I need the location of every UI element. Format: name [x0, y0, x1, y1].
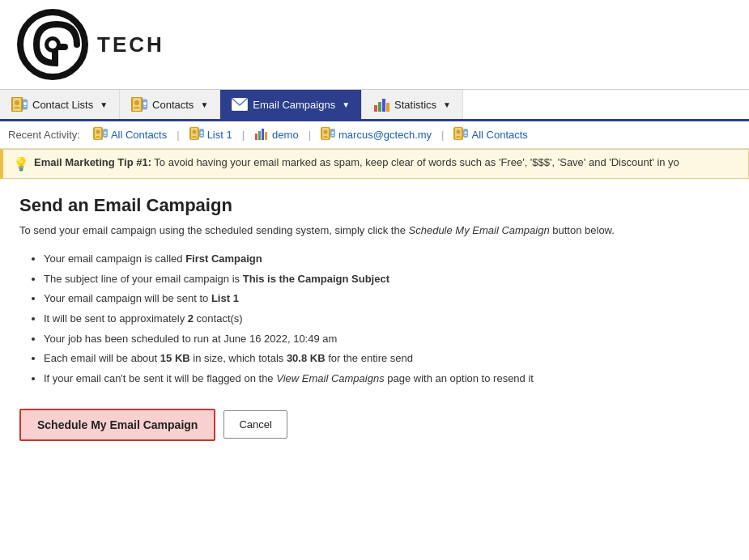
- nav-label-contacts: Contacts: [152, 99, 194, 111]
- recent-activity-label: Recent Activity:: [8, 129, 80, 141]
- recent-item-all-contacts-1[interactable]: All Contacts: [90, 125, 170, 144]
- svg-rect-15: [378, 102, 381, 112]
- list-item-size: Each email will be about 15 KB in size, …: [44, 349, 730, 369]
- button-row: Schedule My Email Campaign Cancel: [19, 409, 730, 441]
- info-list: Your email campaign is called First Camp…: [19, 249, 730, 389]
- recent-sep-1: |: [177, 129, 179, 141]
- svg-point-7: [23, 102, 27, 105]
- recent-sep-3: |: [309, 129, 311, 141]
- nav-label-contact-lists: Contact Lists: [32, 99, 93, 111]
- list-item-scheduled: Your job has been scheduled to run at Ju…: [44, 329, 730, 350]
- statistics-icon: [373, 96, 389, 112]
- svg-rect-16: [382, 99, 385, 112]
- intro-italic: Schedule My Email Campaign: [409, 224, 550, 236]
- svg-rect-31: [265, 132, 267, 140]
- nav-item-statistics[interactable]: Statistics ▼: [362, 90, 463, 119]
- nav-item-contact-lists[interactable]: Contact Lists ▼: [0, 90, 120, 119]
- subject-line-value: This is the Campaign Subject: [243, 273, 389, 285]
- email-campaigns-icon: [232, 96, 248, 112]
- svg-rect-14: [374, 105, 377, 112]
- total-size-value: 30.8 KB: [287, 352, 326, 364]
- nav-bar: Contact Lists ▼ Contacts ▼ Email Ca: [0, 89, 749, 121]
- contacts-dropdown-arrow: ▼: [200, 100, 208, 109]
- svg-point-27: [200, 132, 202, 134]
- recent-icon-demo: [254, 127, 269, 142]
- contact-lists-dropdown-arrow: ▼: [100, 100, 108, 109]
- svg-point-2: [49, 40, 57, 49]
- contact-lists-icon: [11, 96, 28, 112]
- recent-item-marcus[interactable]: marcus@gctech.my: [317, 125, 435, 144]
- recent-label-list-1: List 1: [207, 129, 232, 141]
- svg-point-34: [324, 130, 328, 134]
- recent-item-demo[interactable]: demo: [251, 125, 302, 144]
- list-item-flagged: If your email can't be sent it will be f…: [44, 369, 730, 389]
- contacts-count-value: 2: [188, 312, 194, 325]
- statistics-dropdown-arrow: ▼: [443, 100, 451, 109]
- view-campaigns-link: View Email Campaigns: [276, 372, 384, 384]
- recent-icon-all-contacts-1: [93, 127, 108, 142]
- main-content: Send an Email Campaign To send your emai…: [0, 179, 749, 457]
- list-item-subject-line: The subject line of your email campaign …: [44, 269, 730, 290]
- recent-label-marcus: marcus@gctech.my: [338, 129, 432, 141]
- nav-item-contacts[interactable]: Contacts ▼: [120, 90, 220, 119]
- recent-icon-marcus: [321, 127, 335, 142]
- svg-point-36: [332, 132, 334, 134]
- tip-text: Email Marketing Tip #1: To avoid having …: [34, 156, 679, 168]
- list-item-sent-to: Your email campaign will be sent to List…: [44, 289, 730, 309]
- nav-label-statistics: Statistics: [394, 99, 436, 111]
- intro-static: To send your email campaign using the sc…: [19, 224, 409, 236]
- list-item-campaign-name: Your email campaign is called First Camp…: [44, 249, 730, 269]
- svg-point-41: [465, 132, 467, 134]
- svg-point-12: [143, 102, 147, 105]
- recent-label-demo: demo: [272, 129, 299, 141]
- logo-container: TECH: [16, 8, 164, 81]
- tip-bar: 💡 Email Marketing Tip #1: To avoid havin…: [0, 149, 749, 179]
- svg-point-5: [15, 100, 19, 105]
- page-title: Send an Email Campaign: [19, 195, 730, 216]
- tip-icon: 💡: [13, 156, 29, 172]
- svg-point-22: [104, 132, 106, 134]
- svg-rect-30: [262, 129, 264, 140]
- svg-point-10: [134, 100, 139, 105]
- logo-icon: [16, 8, 89, 81]
- tip-body: To avoid having your email marked as spa…: [151, 156, 679, 168]
- svg-point-39: [457, 130, 461, 134]
- email-campaigns-dropdown-arrow: ▼: [342, 100, 350, 109]
- tip-bold: Email Marketing Tip #1:: [34, 156, 151, 168]
- email-size-value: 15 KB: [160, 352, 190, 364]
- intro-end: button below.: [550, 224, 615, 236]
- recent-icon-list-1: [189, 127, 204, 142]
- recent-sep-4: |: [441, 129, 444, 141]
- recent-item-list-1[interactable]: List 1: [186, 125, 236, 144]
- intro-text: To send your email campaign using the sc…: [19, 224, 730, 236]
- nav-item-email-campaigns[interactable]: Email Campaigns ▼: [220, 90, 362, 119]
- recent-sep-2: |: [242, 129, 245, 141]
- svg-point-20: [96, 130, 100, 134]
- logo-text: TECH: [97, 32, 164, 57]
- campaign-name-value: First Campaign: [185, 252, 262, 265]
- list-item-contacts-count: It will be sent to approximately 2 conta…: [44, 309, 730, 329]
- cancel-button[interactable]: Cancel: [223, 410, 287, 439]
- recent-label-all-contacts-1: All Contacts: [111, 129, 167, 141]
- recent-activity-bar: Recent Activity: All Contacts | List 1 |…: [0, 121, 749, 149]
- nav-label-email-campaigns: Email Campaigns: [253, 99, 335, 111]
- schedule-button[interactable]: Schedule My Email Campaign: [19, 409, 215, 441]
- svg-rect-17: [386, 103, 389, 112]
- recent-label-all-contacts-2: All Contacts: [471, 129, 527, 141]
- svg-point-25: [192, 130, 196, 134]
- contacts-icon: [131, 96, 147, 112]
- svg-rect-28: [255, 134, 257, 140]
- recent-icon-all-contacts-2: [453, 127, 468, 142]
- header: TECH: [0, 0, 749, 89]
- sent-to-value: List 1: [211, 292, 239, 304]
- svg-rect-29: [258, 131, 261, 140]
- recent-item-all-contacts-2[interactable]: All Contacts: [450, 125, 530, 144]
